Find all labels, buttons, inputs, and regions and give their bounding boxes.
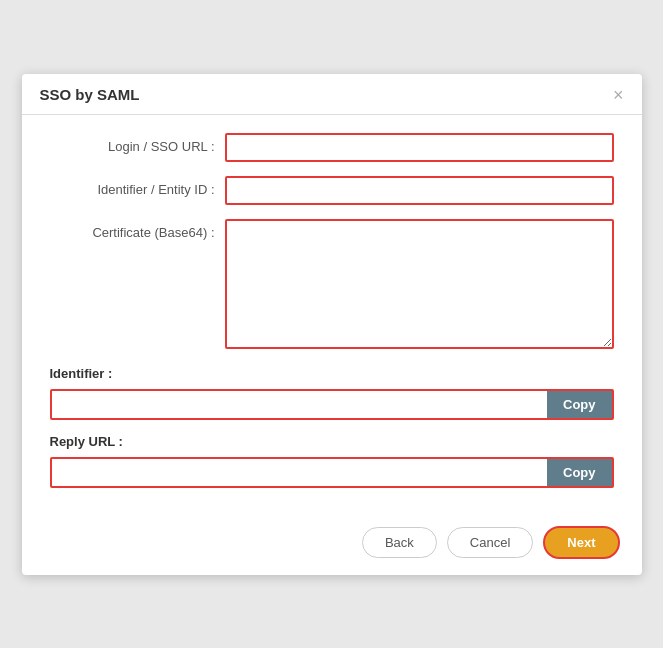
- reply-url-copy-button[interactable]: Copy: [547, 459, 612, 486]
- login-sso-url-row: Login / SSO URL :: [50, 133, 614, 162]
- identifier-entity-id-field: [225, 176, 614, 205]
- reply-url-section: Reply URL : Copy: [50, 434, 614, 488]
- certificate-textarea[interactable]: [225, 219, 614, 349]
- certificate-label: Certificate (Base64) :: [50, 219, 225, 240]
- reply-url-copy-input[interactable]: [52, 459, 548, 486]
- certificate-field: [225, 219, 614, 352]
- identifier-copy-button[interactable]: Copy: [547, 391, 612, 418]
- next-button[interactable]: Next: [543, 526, 619, 559]
- reply-url-label: Reply URL :: [50, 434, 614, 449]
- identifier-entity-id-input[interactable]: [225, 176, 614, 205]
- identifier-entity-id-row: Identifier / Entity ID :: [50, 176, 614, 205]
- certificate-row: Certificate (Base64) :: [50, 219, 614, 352]
- identifier-section: Identifier : Copy: [50, 366, 614, 420]
- dialog-body: Login / SSO URL : Identifier / Entity ID…: [22, 115, 642, 514]
- cancel-button[interactable]: Cancel: [447, 527, 533, 558]
- dialog-title: SSO by SAML: [40, 86, 140, 103]
- back-button[interactable]: Back: [362, 527, 437, 558]
- reply-url-copy-field: Copy: [50, 457, 614, 488]
- identifier-copy-input[interactable]: [52, 391, 548, 418]
- dialog-header: SSO by SAML ×: [22, 74, 642, 115]
- identifier-entity-id-label: Identifier / Entity ID :: [50, 176, 225, 197]
- login-sso-url-label: Login / SSO URL :: [50, 133, 225, 154]
- login-sso-url-field: [225, 133, 614, 162]
- identifier-section-label: Identifier :: [50, 366, 614, 381]
- dialog-footer: Back Cancel Next: [22, 514, 642, 575]
- identifier-copy-field: Copy: [50, 389, 614, 420]
- close-button[interactable]: ×: [613, 86, 624, 104]
- login-sso-url-input[interactable]: [225, 133, 614, 162]
- sso-saml-dialog: SSO by SAML × Login / SSO URL : Identifi…: [22, 74, 642, 575]
